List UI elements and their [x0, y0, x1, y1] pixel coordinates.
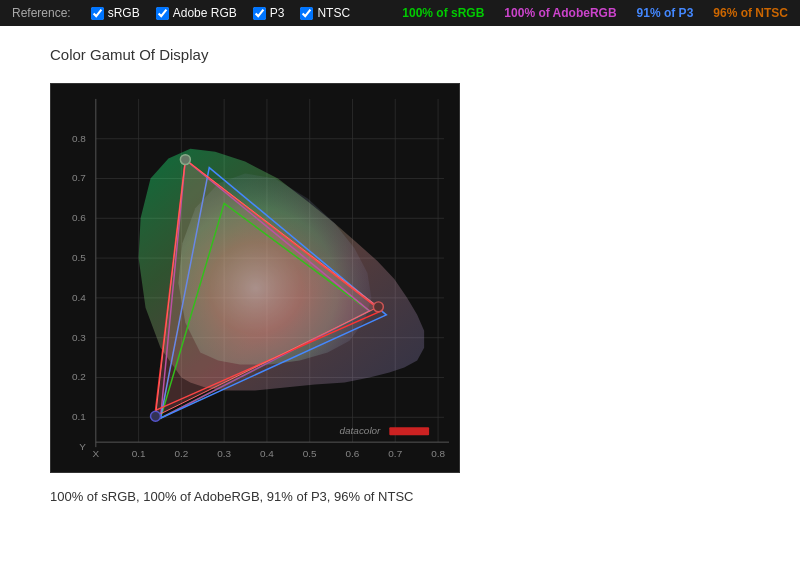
svg-text:X: X — [93, 448, 100, 459]
svg-point-45 — [373, 302, 383, 312]
svg-point-44 — [180, 155, 190, 165]
svg-text:datacolor: datacolor — [340, 425, 382, 436]
checkbox-p3[interactable] — [253, 7, 266, 20]
svg-text:0.4: 0.4 — [260, 448, 274, 459]
svg-text:0.1: 0.1 — [72, 411, 86, 422]
checkbox-adobe[interactable] — [156, 7, 169, 20]
svg-text:Y: Y — [79, 441, 86, 452]
checkbox-ntsc[interactable] — [300, 7, 313, 20]
stat-ntsc: 96% of NTSC — [713, 6, 788, 20]
svg-text:0.6: 0.6 — [72, 212, 86, 223]
color-gamut-chart: 0.8 0.7 0.6 0.5 0.4 0.3 0.2 0.1 Y X 0.1 … — [51, 84, 459, 472]
ref-label-ntsc: NTSC — [317, 6, 350, 20]
ref-item-ntsc: NTSC — [300, 6, 350, 20]
svg-text:0.8: 0.8 — [431, 448, 445, 459]
svg-text:0.1: 0.1 — [132, 448, 146, 459]
svg-text:0.6: 0.6 — [346, 448, 360, 459]
top-bar: Reference: sRGB Adobe RGB P3 NTSC 100% o… — [0, 0, 800, 26]
stats-bar: 100% of sRGB 100% of AdobeRGB 91% of P3 … — [402, 6, 788, 20]
ref-label-adobe: Adobe RGB — [173, 6, 237, 20]
svg-rect-48 — [389, 427, 429, 435]
result-text: 100% of sRGB, 100% of AdobeRGB, 91% of P… — [50, 489, 750, 504]
reference-label: Reference: — [12, 6, 71, 20]
stat-p3: 91% of P3 — [637, 6, 694, 20]
svg-text:0.2: 0.2 — [72, 371, 86, 382]
svg-text:0.7: 0.7 — [388, 448, 402, 459]
svg-text:0.5: 0.5 — [303, 448, 317, 459]
svg-point-46 — [151, 411, 161, 421]
svg-text:0.5: 0.5 — [72, 252, 86, 263]
stat-adobe: 100% of AdobeRGB — [504, 6, 616, 20]
svg-text:0.3: 0.3 — [217, 448, 231, 459]
ref-item-srgb: sRGB — [91, 6, 140, 20]
svg-text:0.8: 0.8 — [72, 133, 86, 144]
svg-text:0.7: 0.7 — [72, 172, 86, 183]
ref-item-p3: P3 — [253, 6, 285, 20]
svg-text:0.2: 0.2 — [174, 448, 188, 459]
section-title: Color Gamut Of Display — [50, 46, 750, 63]
ref-label-p3: P3 — [270, 6, 285, 20]
checkbox-srgb[interactable] — [91, 7, 104, 20]
stat-srgb: 100% of sRGB — [402, 6, 484, 20]
svg-text:0.3: 0.3 — [72, 332, 86, 343]
main-content: Color Gamut Of Display — [0, 26, 800, 524]
svg-text:0.4: 0.4 — [72, 292, 86, 303]
chart-container: 0.8 0.7 0.6 0.5 0.4 0.3 0.2 0.1 Y X 0.1 … — [50, 83, 460, 473]
ref-label-srgb: sRGB — [108, 6, 140, 20]
ref-item-adobe: Adobe RGB — [156, 6, 237, 20]
